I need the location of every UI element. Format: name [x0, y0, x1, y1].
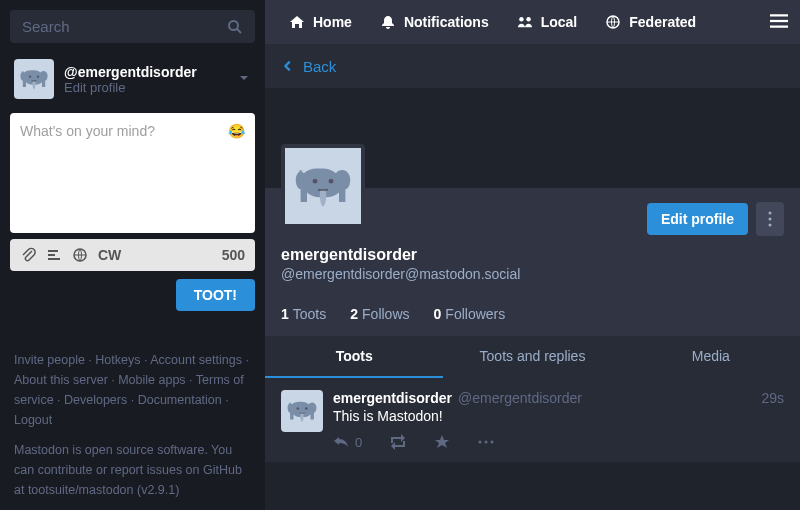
reply-button[interactable]: 0 [333, 434, 362, 450]
svg-rect-11 [770, 14, 788, 16]
svg-rect-13 [770, 25, 788, 27]
toot-button[interactable]: TOOT! [176, 279, 255, 311]
main: Home Notifications Local Federated Back … [265, 0, 800, 510]
hamburger-icon[interactable] [770, 12, 788, 33]
compose-placeholder: What's on your mind? [20, 123, 155, 139]
account-handle: @emergentdisorder [64, 64, 227, 80]
globe-icon[interactable] [72, 247, 88, 263]
char-counter: 500 [222, 247, 245, 263]
toot-time[interactable]: 29s [761, 390, 784, 406]
svg-point-2 [229, 21, 238, 30]
attach-icon[interactable] [20, 247, 36, 263]
svg-point-8 [519, 17, 523, 21]
footer-about: Mastodon is open source software. You ca… [14, 440, 251, 500]
profile-avatar[interactable] [281, 144, 365, 228]
svg-point-17 [479, 441, 482, 444]
svg-point-18 [485, 441, 488, 444]
more-menu-button[interactable] [756, 202, 784, 236]
profile-section: Edit profile emergentdisorder @emergentd… [265, 188, 800, 336]
compose-toolbar: CW 500 [10, 239, 255, 271]
search-icon [227, 19, 243, 35]
svg-rect-5 [48, 254, 55, 256]
footer-links[interactable]: Invite people · Hotkeys · Account settin… [14, 350, 251, 430]
account-row[interactable]: @emergentdisorder Edit profile [10, 53, 255, 105]
topbar: Home Notifications Local Federated [265, 0, 800, 44]
stat-followers[interactable]: 0Followers [434, 306, 506, 322]
poll-icon[interactable] [46, 247, 62, 263]
sidebar: @emergentdisorder Edit profile What's on… [0, 0, 265, 510]
nav-local[interactable]: Local [505, 0, 590, 44]
footer: Invite people · Hotkeys · Account settin… [10, 350, 255, 500]
tab-media[interactable]: Media [622, 336, 800, 378]
svg-rect-4 [48, 250, 58, 252]
nav-federated[interactable]: Federated [593, 0, 708, 44]
search-input[interactable] [22, 18, 227, 35]
chevron-down-icon[interactable] [237, 71, 251, 88]
svg-point-9 [526, 17, 530, 21]
svg-rect-12 [770, 19, 788, 21]
compose-box[interactable]: What's on your mind? 😂 [10, 113, 255, 233]
nav-home[interactable]: Home [277, 0, 364, 44]
toot-content: This is Mastodon! [333, 408, 784, 424]
profile-stats: 1Toots 2Follows 0Followers [281, 296, 784, 336]
emoji-picker-icon[interactable]: 😂 [228, 123, 245, 139]
toot-item[interactable]: emergentdisorder @emergentdisorder 29s T… [265, 378, 800, 462]
toot-avatar[interactable] [281, 390, 323, 432]
favorite-button[interactable] [434, 434, 450, 450]
svg-point-15 [769, 218, 772, 221]
edit-profile-link[interactable]: Edit profile [64, 80, 227, 95]
svg-line-3 [237, 29, 241, 33]
display-name: emergentdisorder [281, 246, 784, 264]
svg-point-16 [769, 224, 772, 227]
nav-notifications[interactable]: Notifications [368, 0, 501, 44]
toot-author-handle: @emergentdisorder [458, 390, 582, 406]
tab-toots[interactable]: Toots [265, 336, 443, 378]
avatar [14, 59, 54, 99]
svg-point-14 [769, 212, 772, 215]
profile-handle: @emergentdisorder@mastodon.social [281, 266, 784, 282]
toot-more-button[interactable] [478, 434, 494, 450]
back-button[interactable]: Back [265, 44, 800, 88]
tab-replies[interactable]: Toots and replies [443, 336, 621, 378]
stat-follows[interactable]: 2Follows [350, 306, 409, 322]
boost-button[interactable] [390, 434, 406, 450]
feed: emergentdisorder @emergentdisorder 29s T… [265, 378, 800, 510]
cw-toggle[interactable]: CW [98, 247, 121, 263]
svg-point-19 [491, 441, 494, 444]
toot-actions: 0 [333, 434, 784, 450]
stat-toots[interactable]: 1Toots [281, 306, 326, 322]
search-box[interactable] [10, 10, 255, 43]
toot-author-name[interactable]: emergentdisorder [333, 390, 452, 406]
profile-tabs: Toots Toots and replies Media [265, 336, 800, 378]
svg-rect-6 [48, 258, 60, 260]
edit-profile-button[interactable]: Edit profile [647, 203, 748, 235]
